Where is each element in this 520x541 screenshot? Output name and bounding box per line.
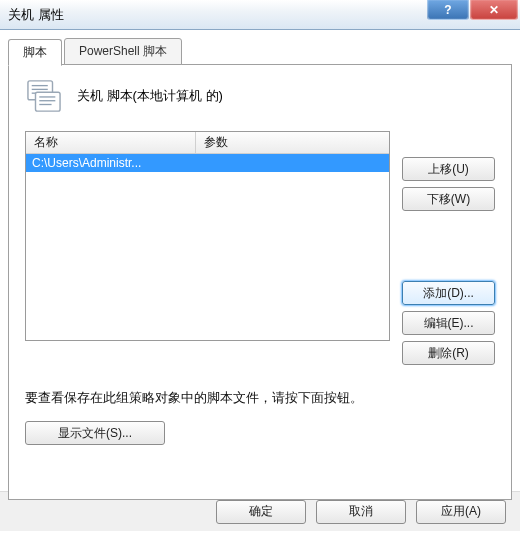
tab-powershell[interactable]: PowerShell 脚本 <box>64 38 182 65</box>
side-buttons: 上移(U) 下移(W) 添加(D)... 编辑(E)... 删除(R) <box>402 131 495 365</box>
remove-button[interactable]: 删除(R) <box>402 341 495 365</box>
close-icon: ✕ <box>489 3 499 17</box>
tab-panel: 关机 脚本(本地计算机 的) 名称 参数 C:\Users\Administr.… <box>8 64 512 500</box>
column-name[interactable]: 名称 <box>26 132 196 153</box>
spacer <box>402 217 495 275</box>
svg-rect-4 <box>36 92 61 111</box>
close-button[interactable]: ✕ <box>470 0 518 20</box>
cell-name: C:\Users\Administr... <box>26 156 196 170</box>
panel-header: 关机 脚本(本地计算机 的) <box>25 79 495 113</box>
move-down-button[interactable]: 下移(W) <box>402 187 495 211</box>
script-list[interactable]: 名称 参数 C:\Users\Administr... <box>25 131 390 341</box>
column-name-label: 名称 <box>34 134 58 151</box>
show-files-button[interactable]: 显示文件(S)... <box>25 421 165 445</box>
column-param[interactable]: 参数 <box>196 132 389 153</box>
move-up-button[interactable]: 上移(U) <box>402 157 495 181</box>
column-param-label: 参数 <box>204 134 228 151</box>
tab-scripts-label: 脚本 <box>23 45 47 59</box>
client-area: 脚本 PowerShell 脚本 关机 脚本(本地计算机 的) <box>0 30 520 491</box>
list-header: 名称 参数 <box>26 132 389 154</box>
window-title: 关机 属性 <box>8 6 64 24</box>
tab-scripts[interactable]: 脚本 <box>8 39 62 66</box>
spacer <box>402 131 495 151</box>
ok-button[interactable]: 确定 <box>216 500 306 524</box>
apply-button[interactable]: 应用(A) <box>416 500 506 524</box>
show-files-row: 显示文件(S)... <box>25 421 495 445</box>
panel-heading: 关机 脚本(本地计算机 的) <box>77 87 223 105</box>
script-icon <box>25 79 63 113</box>
list-row[interactable]: C:\Users\Administr... <box>26 154 389 172</box>
titlebar: 关机 属性 ? ✕ <box>0 0 520 30</box>
cancel-button[interactable]: 取消 <box>316 500 406 524</box>
hint-text: 要查看保存在此组策略对象中的脚本文件，请按下面按钮。 <box>25 389 495 407</box>
titlebar-buttons: ? ✕ <box>427 0 518 20</box>
add-button[interactable]: 添加(D)... <box>402 281 495 305</box>
tab-powershell-label: PowerShell 脚本 <box>79 44 167 58</box>
help-button[interactable]: ? <box>427 0 469 20</box>
help-icon: ? <box>444 3 451 17</box>
edit-button[interactable]: 编辑(E)... <box>402 311 495 335</box>
tabstrip: 脚本 PowerShell 脚本 <box>8 38 512 65</box>
mid-row: 名称 参数 C:\Users\Administr... 上移(U) 下移(W) … <box>25 131 495 365</box>
